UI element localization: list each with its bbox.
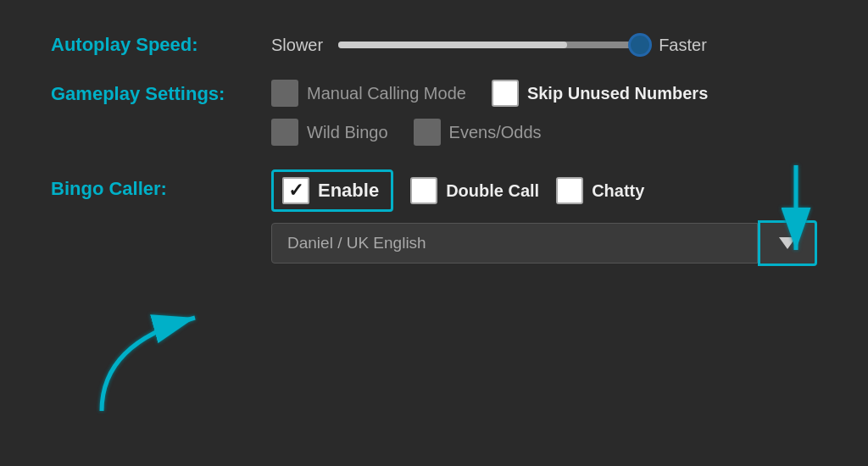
double-call-item[interactable]: Double Call: [410, 177, 539, 204]
right-arrow: [762, 165, 830, 267]
voice-dropdown-row: Daniel / UK English: [271, 220, 817, 266]
chatty-label: Chatty: [592, 181, 644, 201]
slider-fill: [338, 42, 567, 48]
bingo-caller-row: Bingo Caller: ✓ Enable Double Call: [51, 169, 817, 266]
checkmark-icon: ✓: [288, 181, 303, 200]
caller-checkboxes-row: ✓ Enable Double Call Chatty: [271, 169, 817, 212]
manual-calling-item[interactable]: Manual Calling Mode: [271, 80, 466, 107]
evens-odds-checkbox[interactable]: [414, 119, 441, 146]
enable-label: Enable: [318, 180, 379, 202]
wild-bingo-item[interactable]: Wild Bingo: [271, 119, 388, 146]
voice-dropdown-display[interactable]: Daniel / UK English: [271, 223, 758, 264]
wild-bingo-label: Wild Bingo: [307, 123, 388, 142]
bingo-caller-label: Bingo Caller:: [51, 169, 271, 200]
faster-label: Faster: [659, 36, 707, 55]
evens-odds-label: Evens/Odds: [449, 123, 542, 142]
speed-slider-track[interactable]: [338, 42, 643, 48]
gameplay-controls: Manual Calling Mode Skip Unused Numbers …: [271, 80, 817, 146]
bingo-caller-controls: ✓ Enable Double Call Chatty Daniel / UK …: [271, 169, 817, 266]
slower-label: Slower: [271, 36, 323, 55]
wild-bingo-checkbox[interactable]: [271, 119, 298, 146]
speed-controls: Slower Faster: [271, 36, 817, 55]
skip-unused-item[interactable]: Skip Unused Numbers: [492, 80, 708, 107]
gameplay-settings-row: Gameplay Settings: Manual Calling Mode S…: [51, 80, 817, 146]
enable-checkbox[interactable]: ✓: [282, 177, 309, 204]
skip-unused-label: Skip Unused Numbers: [527, 84, 708, 103]
gameplay-row1: Manual Calling Mode Skip Unused Numbers: [271, 80, 817, 107]
double-call-checkbox[interactable]: [410, 177, 437, 204]
gameplay-label: Gameplay Settings:: [51, 80, 271, 105]
slider-thumb[interactable]: [628, 33, 652, 57]
manual-calling-checkbox[interactable]: [271, 80, 298, 107]
chatty-checkbox[interactable]: [556, 177, 583, 204]
evens-odds-item[interactable]: Evens/Odds: [414, 119, 542, 146]
left-arrow: [85, 309, 220, 419]
chatty-item[interactable]: Chatty: [556, 177, 644, 204]
double-call-label: Double Call: [446, 181, 539, 201]
autoplay-label: Autoplay Speed:: [51, 34, 271, 56]
enable-item[interactable]: ✓ Enable: [271, 169, 393, 212]
manual-calling-label: Manual Calling Mode: [307, 84, 466, 103]
skip-unused-checkbox[interactable]: [492, 80, 519, 107]
autoplay-speed-row: Autoplay Speed: Slower Faster: [51, 34, 817, 56]
gameplay-row2: Wild Bingo Evens/Odds: [271, 119, 817, 146]
